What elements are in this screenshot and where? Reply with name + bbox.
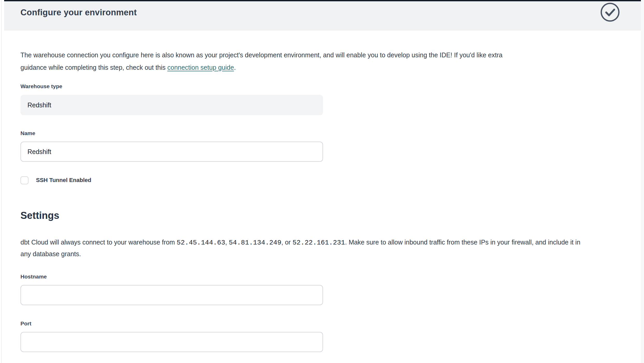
settings-heading: Settings: [20, 210, 59, 221]
ip-address-2: 54.81.134.249: [229, 239, 281, 247]
ip-sep-2: , or: [281, 239, 292, 246]
intro-line-2: guidance while completing this step, che…: [20, 61, 503, 74]
intro-line-1: The warehouse connection you configure h…: [20, 49, 503, 61]
name-input[interactable]: [20, 142, 323, 162]
intro-line-2-period: .: [234, 64, 236, 71]
page-title: Configure your environment: [20, 8, 137, 17]
warehouse-type-label: Warehouse type: [20, 83, 62, 89]
ip-text-1: dbt Cloud will always connect to your wa…: [20, 239, 177, 246]
environment-setup-page: Configure your environment The warehouse…: [0, 0, 644, 363]
name-label: Name: [20, 130, 35, 136]
ip-allowlist-paragraph: dbt Cloud will always connect to your wa…: [20, 237, 580, 260]
step-header: Configure your environment: [4, 1, 644, 31]
warehouse-type-value: Redshift: [27, 101, 51, 109]
ssh-tunnel-checkbox[interactable]: [20, 176, 28, 184]
warehouse-type-field: Redshift: [20, 95, 323, 115]
port-input[interactable]: [20, 332, 323, 352]
ssh-tunnel-label: SSH Tunnel Enabled: [36, 177, 91, 184]
hostname-label: Hostname: [20, 274, 47, 280]
ip-address-3: 52.22.161.231: [292, 239, 345, 247]
ip-line-2: any database grants.: [20, 248, 580, 260]
ip-address-1: 52.45.144.63: [177, 239, 225, 247]
intro-paragraph: The warehouse connection you configure h…: [20, 49, 503, 74]
hostname-input[interactable]: [20, 285, 323, 305]
step-complete-check-icon: [600, 2, 620, 22]
left-panel-divider: [1, 0, 2, 363]
ip-sep-1: ,: [225, 239, 229, 246]
ssh-tunnel-row: SSH Tunnel Enabled: [20, 176, 91, 185]
ip-text-2: . Make sure to allow inbound traffic fro…: [345, 239, 580, 246]
ip-line-1: dbt Cloud will always connect to your wa…: [20, 237, 580, 248]
connection-setup-guide-link[interactable]: connection setup guide: [167, 64, 234, 71]
intro-line-2-text: guidance while completing this step, che…: [20, 64, 167, 71]
vertical-scrollbar[interactable]: [641, 0, 644, 363]
port-label: Port: [20, 320, 31, 327]
